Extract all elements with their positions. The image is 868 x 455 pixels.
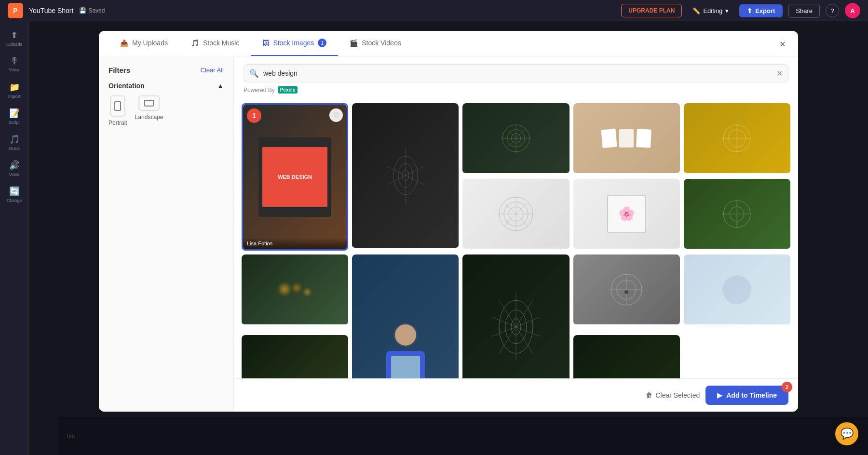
music-icon: 🎵 (9, 134, 20, 145)
voice2-icon: 🔊 (9, 160, 20, 171)
sidebar-item-change[interactable]: 🔄 Change (2, 182, 27, 206)
image-item-9[interactable] (242, 254, 348, 331)
add-timeline-badge: 2 (782, 382, 792, 392)
selection-badge-1: 1 (247, 108, 261, 123)
image-item-3[interactable] (462, 103, 569, 175)
app-logo: P (8, 3, 23, 18)
sidebar-item-import[interactable]: 📁 Import (2, 78, 27, 102)
modal-footer: 🗑 Clear Selected ▶ Add to Timeline 2 (234, 378, 798, 412)
tab-stock-videos[interactable]: 🎬 Stock Videos (338, 31, 412, 56)
change-icon: 🔄 (9, 186, 20, 197)
script-icon: 📝 (9, 108, 20, 119)
landscape-option[interactable]: Landscape (135, 95, 163, 126)
svg-rect-1 (145, 100, 153, 106)
image-item-2[interactable] (352, 103, 459, 251)
add-to-timeline-button[interactable]: ▶ Add to Timeline 2 (705, 386, 788, 405)
trash-icon: 🗑 (646, 391, 652, 399)
portrait-icon (110, 95, 125, 117)
image-item-1[interactable]: WEB DESIGN 1 ♡ Lisa Fotios (242, 103, 348, 251)
modal-tabs: 📤 My Uploads 🎵 Stock Music 🖼 Stock Image… (99, 31, 798, 56)
orientation-filter-title: Orientation ▲ (108, 82, 224, 90)
upgrade-button[interactable]: UPGRADE PLAN (621, 4, 682, 17)
search-clear-button[interactable]: ✕ (776, 69, 783, 78)
sidebar-item-script[interactable]: 📝 Script (2, 104, 27, 128)
image-item-12[interactable] (573, 254, 680, 331)
tab-stock-images[interactable]: 🖼 Stock Images 1 (251, 31, 338, 56)
tab-stock-music[interactable]: 🎵 Stock Music (179, 31, 251, 56)
project-title: YouTube Short (29, 7, 73, 14)
editing-icon: ✏️ (692, 7, 700, 14)
chat-widget-button[interactable]: 💬 (835, 422, 858, 445)
portrait-option[interactable]: Portrait (108, 95, 127, 126)
chevron-down-icon: ▾ (725, 7, 729, 14)
editor-area: 📤 My Uploads 🎵 Stock Music 🖼 Stock Image… (29, 21, 868, 455)
videos-tab-icon: 🎬 (350, 39, 358, 47)
editing-button[interactable]: ✏️ Editing ▾ (688, 4, 733, 17)
share-button[interactable]: Share (788, 4, 820, 18)
image-item-7[interactable]: 🌸 (573, 179, 680, 251)
filters-panel: Filters Clear All Orientation ▲ (99, 56, 234, 412)
sidebar-item-music[interactable]: 🎵 Music (2, 130, 27, 154)
export-button[interactable]: ⬆ Export (739, 4, 783, 17)
image-item-8[interactable] (684, 179, 790, 251)
modal-body: Filters Clear All Orientation ▲ (99, 56, 798, 412)
image-item-15[interactable] (573, 335, 680, 379)
voice-icon: 🎙 (10, 56, 19, 66)
chat-icon: 💬 (841, 428, 854, 440)
search-bar: 🔍 ✕ Powered By Pexels (234, 56, 798, 99)
top-bar: P YouTube Short 💾 Saved UPGRADE PLAN ✏️ … (0, 0, 868, 21)
orientation-options: Portrait Landscape (108, 95, 224, 126)
favorite-button-1[interactable]: ♡ (329, 108, 343, 122)
import-icon: 📁 (9, 82, 20, 93)
add-icon: ▶ (717, 391, 722, 399)
stock-images-modal: 📤 My Uploads 🎵 Stock Music 🖼 Stock Image… (99, 31, 798, 412)
image-grid-container: WEB DESIGN 1 ♡ Lisa Fotios (234, 99, 798, 378)
images-tab-icon: 🖼 (262, 39, 269, 47)
filters-header: Filters Clear All (108, 66, 224, 74)
stock-images-badge: 1 (318, 39, 326, 47)
powered-by: Powered By Pexels (244, 82, 788, 95)
image-author-1: Lisa Fotios (243, 238, 347, 249)
image-item-4[interactable] (573, 103, 680, 175)
modal-close-button[interactable]: × (775, 37, 790, 52)
sidebar-item-voice[interactable]: 🎙 Voice (2, 52, 27, 76)
uploads-icon: ⬆ (11, 30, 18, 40)
landscape-icon (138, 95, 160, 111)
avatar[interactable]: A (845, 3, 860, 18)
landscape-label: Landscape (135, 114, 163, 120)
image-item-13[interactable] (684, 254, 790, 331)
content-area: 🔍 ✕ Powered By Pexels (234, 56, 798, 412)
left-sidebar: ⬆ Uploads 🎙 Voice 📁 Import 📝 Script 🎵 Mu… (0, 21, 29, 455)
chevron-up-icon: ▲ (217, 82, 224, 90)
search-icon: 🔍 (249, 69, 259, 78)
sidebar-item-uploads[interactable]: ⬆ Uploads (2, 26, 27, 50)
filters-title: Filters (108, 66, 130, 74)
music-tab-icon: 🎵 (191, 39, 199, 47)
uploads-tab-icon: 📤 (120, 39, 128, 47)
sidebar-item-voice2[interactable]: 🔊 Voice (2, 156, 27, 180)
pexels-logo: Pexels (278, 86, 298, 94)
clear-all-button[interactable]: Clear All (201, 67, 224, 74)
search-wrapper: 🔍 ✕ (244, 64, 788, 82)
orientation-filter: Orientation ▲ Po (108, 82, 224, 126)
search-input[interactable] (244, 64, 788, 82)
clear-selected-button[interactable]: 🗑 Clear Selected (646, 391, 700, 399)
export-icon: ⬆ (747, 7, 752, 14)
image-grid: WEB DESIGN 1 ♡ Lisa Fotios (242, 103, 790, 378)
portrait-label: Portrait (108, 120, 127, 126)
main-area: ⬆ Uploads 🎙 Voice 📁 Import 📝 Script 🎵 Mu… (0, 21, 868, 455)
tab-my-uploads[interactable]: 📤 My Uploads (108, 31, 179, 56)
saved-indicator: 💾 Saved (79, 7, 105, 14)
help-button[interactable]: ? (826, 4, 839, 17)
svg-rect-0 (115, 102, 121, 110)
image-item-10[interactable] (352, 254, 459, 378)
image-item-5[interactable] (684, 103, 790, 175)
image-item-11[interactable] (462, 254, 569, 378)
modal-overlay: 📤 My Uploads 🎵 Stock Music 🖼 Stock Image… (29, 21, 868, 455)
svg-point-42 (624, 290, 628, 294)
image-item-6[interactable] (462, 179, 569, 251)
image-item-14[interactable] (242, 335, 348, 379)
